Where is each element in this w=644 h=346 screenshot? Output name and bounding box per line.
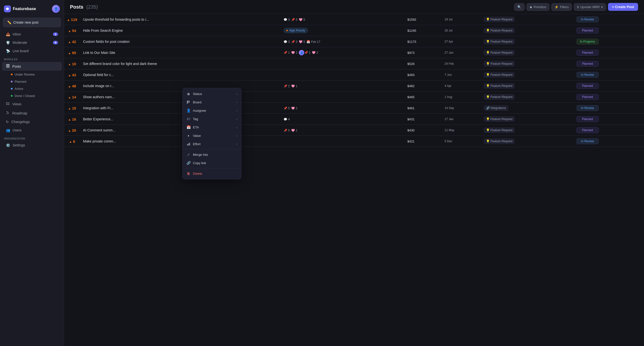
- post-status: Planned: [574, 114, 644, 125]
- search-icon: 🔍: [517, 5, 521, 9]
- sidebar-subitem-done-closed[interactable]: Done / Closed: [2, 93, 62, 99]
- sidebar-item-changelogs[interactable]: ↻ Changelogs: [2, 118, 62, 126]
- sidebar-item-posts[interactable]: Posts: [2, 62, 62, 71]
- sidebar-item-settings[interactable]: ⚙️ Settings: [2, 141, 62, 149]
- post-tag: 💡 Feature Request: [481, 58, 574, 69]
- table-row[interactable]: ▲ 54 Hide From Search Engine High Priori…: [64, 25, 644, 36]
- diamond-icon: ◆: [530, 5, 532, 9]
- mrr-value: $465: [404, 92, 442, 103]
- post-status: Planned: [574, 47, 644, 58]
- table-row[interactable]: ▲ 43 Optional field for c... $493 7 Jun …: [64, 69, 644, 80]
- tag-badge: 💡 Feature Request: [484, 94, 515, 100]
- menu-item-eta[interactable]: 📅 ETA ›: [182, 123, 241, 131]
- table-row[interactable]: ▲ 42 Custom fields for post creation 💬 3…: [64, 36, 644, 47]
- link-icon: 🔗: [186, 161, 190, 165]
- inbox-icon: 📥: [6, 32, 10, 36]
- mrr-value: $430: [404, 125, 442, 136]
- post-title: Show authors nam...: [80, 92, 280, 103]
- pin-count: 📌 3: [291, 40, 297, 43]
- heart-count: 🩷 2: [291, 107, 297, 110]
- sidebar-subitem-planned[interactable]: Planned: [2, 78, 62, 85]
- menu-item-board[interactable]: Board ›: [182, 98, 241, 106]
- heart-count: 🩷 2: [291, 51, 297, 54]
- search-button[interactable]: 🔍: [514, 3, 524, 11]
- post-tag: 💡 Feature Request: [481, 47, 574, 58]
- effort-icon: [186, 142, 190, 146]
- post-title: Better Experience...: [80, 114, 280, 125]
- menu-item-tag[interactable]: 🏷 Tag ›: [182, 115, 241, 123]
- svg-rect-6: [187, 101, 188, 104]
- sidebar-item-users[interactable]: 👥 Users: [2, 126, 62, 134]
- menu-item-delete[interactable]: 🗑 Delete: [182, 169, 241, 178]
- upvote-arrow: ▲: [68, 85, 71, 88]
- mrr-icon: $: [577, 5, 579, 9]
- upvoter-mrr-button[interactable]: $ Upvoter MRR ▾: [574, 3, 606, 11]
- tag-badge: 🔗 Integrations: [484, 105, 508, 111]
- menu-item-merge[interactable]: ⤢ Merge into: [182, 150, 241, 159]
- vote-count: ▲ 14: [64, 92, 80, 103]
- mrr-value: $461: [404, 103, 442, 114]
- vote-count: ▲ 10: [64, 58, 80, 69]
- header-actions: 🔍 ◆ Prioritize ⚡ Filters $ Upvoter MRR ▾…: [514, 3, 638, 11]
- moderate-icon: 🛡️: [6, 41, 10, 44]
- table-row[interactable]: ▲ 16 Better Experience... 💬 4 $431 17 Ja…: [64, 114, 644, 125]
- svg-rect-0: [6, 64, 10, 65]
- menu-item-copy-link[interactable]: 🔗 Copy link: [182, 159, 241, 167]
- sidebar-item-views[interactable]: Views: [2, 100, 62, 108]
- menu-item-value[interactable]: ♦ Value ›: [182, 131, 241, 140]
- sidebar-item-roadmap[interactable]: Roadmap: [2, 109, 62, 117]
- heart-count: 🩷 5: [299, 18, 305, 21]
- vote-count: ▲ 119: [64, 14, 80, 25]
- sidebar-subitem-active[interactable]: Active: [2, 85, 62, 92]
- post-date: 4 Apr: [442, 80, 481, 92]
- comment-count: 💬 3: [284, 18, 290, 21]
- upvote-arrow: ▲: [68, 96, 71, 99]
- vote-count: ▲ 43: [64, 69, 80, 80]
- filter-icon: ⚡: [554, 5, 558, 9]
- menu-item-status[interactable]: ◉ Status ›: [182, 90, 241, 98]
- tag-badge: 💡 Feature Request: [484, 83, 515, 89]
- create-new-post-button[interactable]: ✏️ Create new post: [3, 18, 61, 27]
- sidebar-item-liveboard[interactable]: 📡 Live board: [2, 47, 62, 55]
- table-row[interactable]: ▲ 15 Integration with Fr... 📌 5🩷 2 $461 …: [64, 103, 644, 114]
- svg-rect-7: [188, 101, 190, 103]
- post-tag: 💡 Feature Request: [481, 136, 574, 147]
- menu-item-effort[interactable]: Effort ›: [182, 140, 241, 148]
- post-status: In Review: [574, 136, 644, 147]
- chevron-right-icon-value: ›: [236, 134, 237, 138]
- assignee-icon: 👤: [186, 109, 190, 112]
- post-meta: 💬 3📌 5🩷 5: [280, 14, 404, 25]
- context-menu: ◉ Status › Board › 👤 Assignee ›: [182, 88, 242, 179]
- status-badge: In Review: [576, 138, 599, 144]
- status-badge: Planned: [576, 116, 599, 122]
- post-title: Make private comm...: [80, 136, 280, 147]
- mrr-value: $1245: [404, 25, 442, 36]
- menu-item-assignee[interactable]: 👤 Assignee ›: [182, 106, 241, 115]
- post-meta: 💬 4: [280, 114, 404, 125]
- sidebar-subitem-under-review[interactable]: Under Review: [2, 71, 62, 78]
- table-row[interactable]: ▲ 119 Upvote threshold for forwarding po…: [64, 14, 644, 25]
- table-row[interactable]: ▲ 6 Make private comm... $421 5 Dec 💡 Fe…: [64, 136, 644, 147]
- user-avatar[interactable]: 👤: [52, 5, 60, 13]
- tag-badge: 💡 Feature Request: [484, 28, 515, 33]
- table-row[interactable]: ▲ 95 Link to Our Main Site 📌 1🩷 2👤📌 1🩷 2…: [64, 47, 644, 58]
- posts-table-container: ▲ 119 Upvote threshold for forwarding po…: [64, 14, 644, 346]
- post-date: 27 Apr: [442, 36, 481, 47]
- prioritize-button[interactable]: ◆ Prioritize: [526, 3, 550, 11]
- sidebar-item-moderate[interactable]: 🛡️ Moderate 4: [2, 39, 62, 46]
- upvote-arrow: ▲: [68, 62, 71, 66]
- table-row[interactable]: ▲ 20 AI Comment summ... 📌 5🩷 1 $430 11 M…: [64, 125, 644, 136]
- vote-count: ▲ 48: [64, 80, 80, 92]
- tag-badge: 💡 Feature Request: [484, 139, 515, 144]
- create-post-header-button[interactable]: + Create Post: [608, 3, 638, 11]
- post-date: 5 Dec: [442, 136, 481, 147]
- sidebar-item-inbox[interactable]: 📥 Inbox 1: [2, 30, 62, 38]
- heart-count: 🩷 1: [291, 129, 297, 132]
- table-row[interactable]: ▲ 10 Set different brand color for light…: [64, 58, 644, 69]
- mrr-value: $431: [404, 114, 442, 125]
- table-row[interactable]: ▲ 48 Include image on r... 📌 2🩷 1 $482 4…: [64, 80, 644, 92]
- filters-button[interactable]: ⚡ Filters: [551, 3, 572, 11]
- table-row[interactable]: ▲ 14 Show authors nam... $465 1 Aug 💡 Fe…: [64, 92, 644, 103]
- value-icon: ♦: [186, 134, 190, 138]
- post-tag: 💡 Feature Request: [481, 80, 574, 92]
